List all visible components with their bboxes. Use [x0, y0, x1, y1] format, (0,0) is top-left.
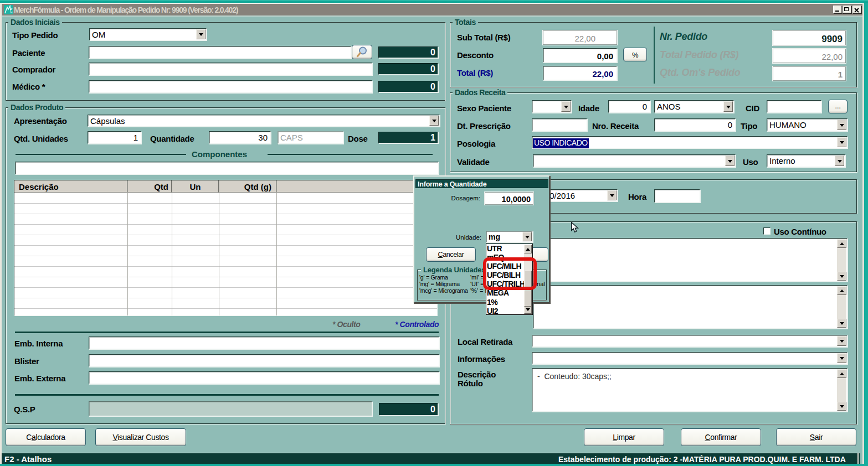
svg-text:hos: hos — [10, 11, 13, 14]
